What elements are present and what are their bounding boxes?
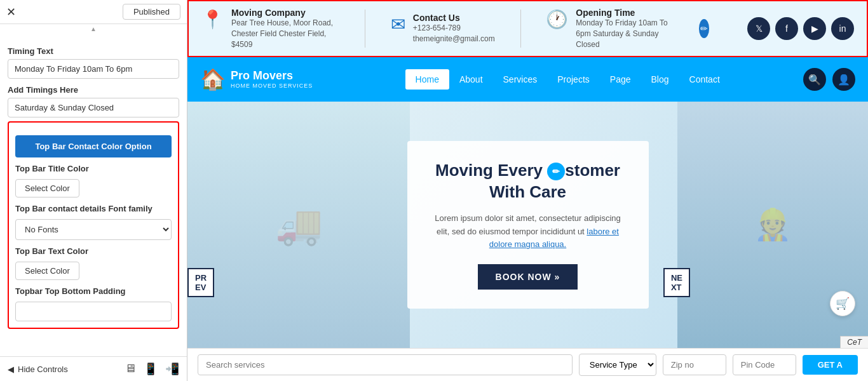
divider-2 [520,10,521,48]
published-button[interactable]: Published [123,4,180,20]
timing-text-input[interactable] [8,59,179,79]
logo-text-main: Pro Movers [231,70,313,83]
hero-section: 🚚 Moving Every ✏stomer With Care Lorem i… [187,102,868,348]
truck-background: 🚚 [187,102,410,348]
email-icon: ✉ [391,14,405,35]
next-box[interactable]: NEXT [663,268,690,297]
close-button[interactable]: ✕ [6,5,16,19]
twitter-icon[interactable]: 𝕏 [747,17,770,40]
panel-footer: ◀ Hide Controls 🖥 📱 📲 [0,356,187,381]
search-nav-button[interactable]: 🔍 [803,68,826,91]
nav-right: 🔍 👤 [803,68,855,91]
top-info-bar: 📍 Moving Company Pear Tree House, Moor R… [187,0,868,57]
divider-1 [365,10,365,48]
info-title-contact: Contact Us [413,13,495,23]
timing-text-label: Timing Text [8,46,179,56]
pin-code-input[interactable] [733,354,796,375]
info-edit-button[interactable]: ✏ [699,19,709,38]
left-panel: ✕ Published ▲ Timing Text Add Timings He… [0,0,187,381]
nav-link-about[interactable]: About [449,69,493,90]
info-title-hours: Opening Time [576,8,673,18]
search-services-input[interactable] [198,354,573,375]
user-nav-button[interactable]: 👤 [832,68,855,91]
info-detail-contact: +123-654-789 themeignite@gmail.com [413,23,495,44]
nav-links: Home About Services Projects Page Blog C… [332,69,803,90]
nav-link-services[interactable]: Services [493,69,548,90]
pencil-icon: ✏ [547,163,565,180]
padding-input[interactable] [15,302,172,321]
color-option-section: Top Bar Contact Color Option Top Bar Tit… [8,121,179,329]
hero-link[interactable]: labore et dolore magna aliqua. [489,227,619,250]
basket-button[interactable]: 🛒 [830,291,855,316]
nav-link-home[interactable]: Home [405,69,449,90]
book-now-button[interactable]: BOOK NOW » [478,264,578,290]
panel-body: Timing Text Add Timings Here Top Bar Con… [0,34,187,356]
add-timings-label: Add Timings Here [8,85,179,95]
hero-content: Moving Every ✏stomer With Care Lorem ips… [407,141,649,309]
info-title-company: Moving Company [231,8,339,18]
logo-area: 🏠 Pro Movers HOME MOVED SERVICES [200,67,313,91]
tablet-icon[interactable]: 📱 [144,362,158,376]
scroll-up-indicator: ▲ [0,24,187,34]
location-icon: 📍 [201,9,224,30]
hide-controls-label: Hide Controls [18,364,68,374]
nav-link-projects[interactable]: Projects [547,69,600,90]
select-color-1-button[interactable]: Select Color [15,179,79,197]
chevron-left-icon: ◀ [8,364,14,374]
font-family-select[interactable]: No Fonts [15,219,172,240]
nav-link-page[interactable]: Page [600,69,641,90]
right-content: 📍 Moving Company Pear Tree House, Moor R… [187,0,868,381]
padding-label: Topbar Top Bottom Padding [15,286,172,296]
logo-icon: 🏠 [200,67,226,91]
cet-badge: CeT [840,336,868,348]
info-item-location: 📍 Moving Company Pear Tree House, Moor R… [201,8,339,50]
nav-link-contact[interactable]: Contact [679,69,730,90]
service-type-select[interactable]: Service Type [579,354,656,376]
main-nav: 🏠 Pro Movers HOME MOVED SERVICES Home Ab… [187,57,868,102]
panel-header: ✕ Published [0,0,187,24]
info-detail-hours: Monday To Friday 10am To 6pm Saturday & … [576,18,673,50]
logo-text-sub: HOME MOVED SERVICES [231,83,313,89]
mobile-icon[interactable]: 📲 [165,362,179,376]
social-icons-bar: 𝕏 f ▶ in [747,17,854,40]
info-item-hours: 🕐 Opening Time Monday To Friday 10am To … [546,8,673,50]
linkedin-icon[interactable]: in [831,17,854,40]
font-family-label: Top Bar contact details Font family [15,204,172,213]
clock-icon: 🕐 [546,9,568,30]
info-item-contact: ✉ Contact Us +123-654-789 themeignite@gm… [391,13,495,44]
hide-controls-button[interactable]: ◀ Hide Controls [8,364,68,374]
desktop-icon[interactable]: 🖥 [125,362,136,376]
hero-title: Moving Every ✏stomer With Care [433,160,623,203]
get-button[interactable]: GET A [803,355,858,375]
title-color-label: Top Bar Title Color [15,164,172,173]
hero-desc: Lorem ipsum dolor sit amet, consectetur … [433,212,623,251]
select-color-2-button[interactable]: Select Color [15,262,79,280]
facebook-icon[interactable]: f [775,17,798,40]
top-bar-color-button[interactable]: Top Bar Contact Color Option [15,135,172,157]
bottom-bar: Service Type GET A [187,348,868,381]
zip-input[interactable] [663,354,726,375]
add-timings-input[interactable] [8,98,179,117]
footer-icons: 🖥 📱 📲 [125,362,179,376]
youtube-icon[interactable]: ▶ [803,17,826,40]
prev-box[interactable]: PREV [187,268,214,297]
text-color-label: Top Bar Text Color [15,246,172,256]
nav-link-blog[interactable]: Blog [641,69,679,90]
info-detail-company: Pear Tree House, Moor Road, Chester Fiel… [231,18,339,50]
